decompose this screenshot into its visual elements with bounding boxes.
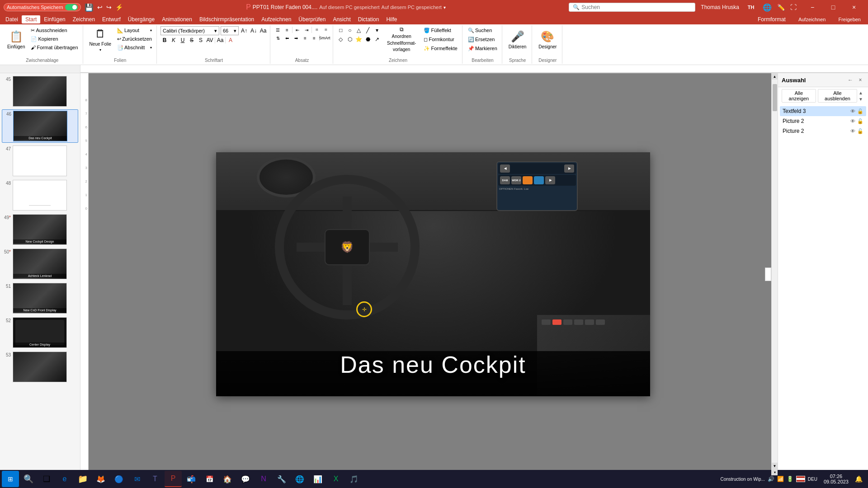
layout-dropdown[interactable]: ▾ (150, 28, 152, 33)
align-left-button[interactable]: ⬅ (283, 34, 291, 42)
search-button[interactable]: 🔍 Suchen (466, 26, 494, 34)
fill-button[interactable]: 🪣 Fülleffekt (422, 26, 459, 34)
list-number-button[interactable]: ≡ (283, 26, 291, 33)
powerpoint-taskbar-button[interactable]: P (165, 471, 182, 487)
menu-zeichnen[interactable]: Zeichnen (69, 15, 99, 23)
panel-close-button[interactable]: × (856, 76, 864, 84)
shape5-button[interactable]: ⬣ (364, 35, 372, 43)
scroll-end-button[interactable]: ▾ (772, 469, 778, 475)
cut-button[interactable]: ✂ Ausschneiden (29, 26, 80, 34)
sys-icon3[interactable]: 🔋 (787, 476, 793, 482)
clock[interactable]: 07:26 09.05.2023 (820, 474, 852, 484)
teams-button[interactable]: T (146, 471, 164, 487)
triangle-button[interactable]: △ (355, 26, 363, 34)
file-explorer-button[interactable]: 📁 (74, 471, 91, 487)
text-case-button[interactable]: Aa (216, 36, 224, 44)
slide-title-text[interactable]: Das neu Cockpit (216, 351, 650, 378)
bold-button[interactable]: B (160, 36, 169, 44)
menu-datei[interactable]: Datei (2, 15, 22, 23)
smartart-button[interactable]: SmArt (321, 34, 329, 42)
panel-item-picture2a[interactable]: Picture 2 👁 🔓 (780, 116, 866, 126)
slide-thumb-48[interactable]: 48 (2, 179, 78, 211)
line-button[interactable]: ╱ (364, 26, 372, 34)
outlook-button[interactable]: ✉ (128, 471, 146, 487)
font-color-button[interactable]: A (226, 36, 235, 44)
undo-icon[interactable]: ↩ (97, 4, 103, 11)
new-slide-button[interactable]: 🗒 Neue Folie ▾ (87, 26, 114, 53)
slide-thumb-51[interactable]: 51 New CnD Front Display (2, 282, 78, 314)
clear-format-button[interactable]: Aa (259, 27, 267, 35)
slide-thumb-49[interactable]: 49 New Cockpit Design (2, 213, 78, 246)
panel-up-arrow[interactable]: ▲ (857, 90, 864, 96)
scroll-thumb[interactable] (773, 84, 777, 111)
menu-einfuegen[interactable]: Einfügen (40, 15, 69, 23)
app3-button[interactable]: 🔧 (273, 471, 290, 487)
slide-thumb-46[interactable]: 46 Das neu Cockpit (2, 109, 78, 143)
dictate-button[interactable]: 🎤 Diktieren (506, 26, 529, 53)
app2-button[interactable]: 💬 (237, 471, 254, 487)
selection-circle[interactable] (356, 301, 372, 317)
calendar-button[interactable]: 📅 (201, 471, 218, 487)
fullscreen-icon[interactable]: ⛶ (790, 4, 797, 11)
shape4-button[interactable]: ⭐ (355, 35, 363, 43)
shape3-button[interactable]: ⬡ (346, 35, 354, 43)
panel-item-textfeld3[interactable]: Textfeld 3 👁 🔓 (780, 106, 866, 116)
menu-start[interactable]: Start (22, 15, 40, 23)
search-bar[interactable]: 🔍 (569, 3, 695, 12)
menu-entwurf[interactable]: Entwurf (99, 15, 124, 23)
menu-dictation[interactable]: Dictation (354, 15, 383, 23)
shadow-button[interactable]: S (197, 36, 205, 44)
save-icon[interactable]: 💾 (85, 3, 94, 12)
search-input[interactable] (581, 4, 691, 10)
replace-button[interactable]: 🔄 Ersetzen (466, 35, 496, 43)
font-decrease-button[interactable]: A↓ (250, 27, 258, 35)
copy-button[interactable]: 📄 Kopieren (29, 35, 80, 43)
slide-thumb-47[interactable]: 47 (2, 145, 78, 177)
panel-collapse-button[interactable]: ← (846, 76, 854, 84)
font-size-dropdown[interactable]: 66 ▾ (221, 26, 239, 35)
lock-icon-2[interactable]: 🔓 (857, 118, 863, 124)
slide-thumb-52[interactable]: 52 Center Display (2, 316, 78, 349)
edge-button[interactable]: e (56, 471, 73, 487)
menu-hilfe[interactable]: Hilfe (382, 15, 401, 23)
strikethrough-button[interactable]: S (188, 36, 196, 44)
onenote-button[interactable]: N (255, 471, 272, 487)
visibility-icon-1[interactable]: 👁 (850, 108, 855, 114)
record-button[interactable]: Aufzeichnen (793, 16, 831, 23)
mail-button[interactable]: 📬 (183, 471, 200, 487)
increase-indent-button[interactable]: ⇥ (302, 26, 311, 33)
decrease-indent-button[interactable]: ⇤ (293, 26, 302, 33)
slide-thumb-53[interactable]: 53 (2, 351, 78, 383)
slide-thumb-45[interactable]: 45 (2, 75, 78, 108)
font-family-dropdown[interactable]: Calibri (Textkörper) ▾ (160, 26, 219, 35)
minimize-button[interactable]: − (802, 0, 823, 14)
maximize-button[interactable]: □ (823, 0, 844, 14)
app6-button[interactable]: X (327, 471, 344, 487)
format-paint-button[interactable]: 🖌 Format übertragen (29, 43, 80, 52)
effect-button[interactable]: ✨ Formeffekte (422, 44, 459, 52)
reset-button[interactable]: ↩ Zurücksetzen (115, 35, 154, 43)
rect-button[interactable]: □ (337, 26, 345, 34)
notification-bell[interactable]: 🔔 (855, 475, 863, 483)
app1-button[interactable]: 🏠 (219, 471, 236, 487)
sys-icon2[interactable]: 📶 (777, 476, 784, 482)
chrome-button[interactable]: 🔵 (110, 471, 127, 487)
align-center-button[interactable]: ≡ (301, 34, 309, 42)
col-layout-button[interactable]: ⌗ (313, 26, 321, 33)
autosave-switch[interactable] (65, 4, 78, 10)
shape2-button[interactable]: ◇ (337, 35, 345, 43)
italic-button[interactable]: K (170, 36, 178, 44)
section-dropdown[interactable]: ▾ (150, 46, 152, 50)
text-direction-button[interactable]: ⇅ (274, 34, 282, 42)
layout-button[interactable]: 📐 Layout ▾ (115, 26, 154, 34)
align-right-button[interactable]: ➡ (292, 34, 300, 42)
shape6-button[interactable]: ↗ (373, 35, 381, 43)
firefox-button[interactable]: 🦊 (92, 471, 109, 487)
shapes-more-button[interactable]: ▾ (373, 26, 381, 34)
share-button[interactable]: Freigeben (833, 16, 866, 23)
save-location-dropdown[interactable]: ▾ (443, 5, 446, 10)
user-avatar[interactable]: TH (745, 1, 757, 14)
designer-button[interactable]: 🎨 Designer (536, 26, 559, 53)
list-bullet-button[interactable]: ☰ (274, 26, 282, 33)
quick-access-icon[interactable]: ⚡ (115, 4, 123, 11)
